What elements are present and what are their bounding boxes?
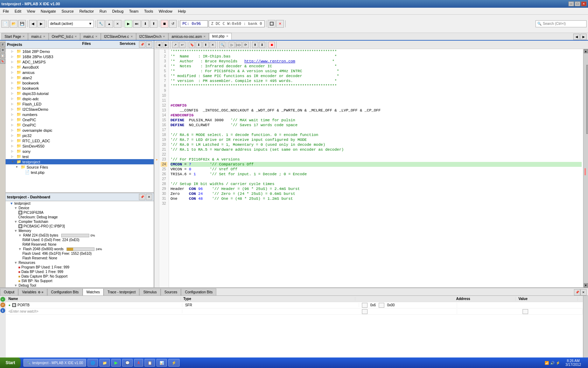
- dash-debug-tool[interactable]: ▼ Debug Tool: [6, 283, 154, 287]
- btab-config-bits[interactable]: Configuration Bits: [47, 288, 83, 295]
- watch-row-portb[interactable]: ● 🔲 PORTB SFR 0x6 0x00: [6, 302, 583, 308]
- btab-config-bits2[interactable]: Configuration Bits: [181, 288, 216, 295]
- ed-btn-step2[interactable]: ▷▷: [236, 42, 242, 48]
- bottom-scrollbar[interactable]: [583, 296, 588, 357]
- tree-item-adc[interactable]: ▷📁ADC_1MSPS: [6, 59, 154, 64]
- dash-testproject[interactable]: ▼ testproject: [6, 201, 154, 206]
- menu-refactor[interactable]: Refactor: [77, 8, 97, 14]
- dash-ram[interactable]: ▼ RAM 224 (0xE0) bytes 0%: [6, 233, 154, 238]
- btab-trace[interactable]: Trace - testproject: [104, 288, 139, 295]
- taskbar-explorer[interactable]: 📁: [99, 359, 110, 367]
- dash-checksum[interactable]: Checksum: Debug Image: [6, 215, 154, 219]
- ed-btn-go[interactable]: ↗: [172, 42, 178, 48]
- tree-item-16bit28pin[interactable]: ▷📁16Bit 28Pin USB3: [6, 54, 154, 59]
- tab-main-c-1[interactable]: main.c ✕: [28, 33, 48, 40]
- step-over-button[interactable]: ⏭: [133, 20, 141, 28]
- menu-edit[interactable]: Edit: [12, 8, 24, 14]
- tree-item-sony[interactable]: ▷📁sony: [6, 149, 154, 154]
- dash-memory[interactable]: ▼ Memory: [6, 229, 154, 233]
- tab-i2cslave-drv[interactable]: I2CSlaveDrv.h ✕: [136, 33, 169, 40]
- ed-btn-step3[interactable]: ⟳: [243, 42, 249, 48]
- tree-item-bookwork1[interactable]: ▷📁bookwork: [6, 80, 154, 86]
- bottom-panel-close[interactable]: ✕: [580, 289, 587, 295]
- tree-item-amicus[interactable]: ▷📁amicus: [6, 70, 154, 75]
- menu-debug[interactable]: Debug: [109, 8, 126, 14]
- menu-view[interactable]: View: [24, 8, 38, 14]
- ed-btn-prev-bm[interactable]: ⬆: [203, 42, 209, 48]
- tab-scroll-right[interactable]: ▶: [580, 34, 587, 40]
- watch-info-icon[interactable]: ℹ: [0, 308, 5, 313]
- dashboard-pin[interactable]: 📌: [139, 194, 145, 200]
- tool-btn2[interactable]: ✕: [276, 20, 284, 28]
- nav-strip-btn1[interactable]: N: [0, 42, 5, 47]
- dash-resources[interactable]: ▼ Resources: [6, 260, 154, 265]
- back-button[interactable]: ◀: [29, 20, 37, 28]
- btab-output[interactable]: Output: [0, 288, 18, 295]
- save-button[interactable]: 💾: [18, 20, 26, 28]
- tree-item-aerobotx[interactable]: ▷📁AeroBotX: [6, 64, 154, 70]
- watch-addr-checkbox2[interactable]: [362, 309, 368, 314]
- clean-button[interactable]: ✕: [114, 20, 121, 28]
- tree-item-dspic33[interactable]: ▷📁dspic33-tutorial: [6, 91, 154, 96]
- tree-item-atan2[interactable]: ▷📁atan2: [6, 75, 154, 80]
- project-dropdown[interactable]: default (active) ▼: [48, 20, 94, 28]
- tree-item-simdev[interactable]: ▷📁SimDev4550: [6, 143, 154, 149]
- tree-item-test[interactable]: ▷📁test: [6, 154, 154, 159]
- tab-i2cslave-drive[interactable]: I2CSlaveDrive.c ✕: [101, 33, 136, 40]
- debug-button[interactable]: 🔧: [97, 20, 105, 28]
- search-input[interactable]: [543, 22, 585, 26]
- watch-new-entry[interactable]: <Enter new watch>: [6, 308, 583, 315]
- btab-watches[interactable]: Watches: [83, 288, 104, 295]
- ed-btn-next-bm[interactable]: ⬇: [196, 42, 202, 48]
- tab-start-page[interactable]: Start Page ✕: [1, 33, 28, 40]
- reset-button[interactable]: ↺: [169, 20, 177, 28]
- tab-main-c-2[interactable]: main.c ✕: [80, 33, 100, 40]
- ed-btn-stop[interactable]: ⏹: [268, 42, 275, 48]
- watch-new-name[interactable]: <Enter new watch>: [6, 309, 182, 313]
- ed-btn-fwd[interactable]: ▶: [163, 42, 169, 48]
- tree-item-onepic2[interactable]: ▷📁OnePIC: [6, 122, 154, 128]
- ed-btn-cursor1[interactable]: ⬆: [252, 42, 258, 48]
- btab-sources[interactable]: Sources: [161, 288, 181, 295]
- tab-close-start[interactable]: ✕: [22, 35, 25, 38]
- menu-run[interactable]: Run: [97, 8, 109, 14]
- projects-pin[interactable]: 📌: [139, 41, 145, 48]
- menu-tools[interactable]: Tools: [141, 8, 156, 14]
- watch-addr-checkbox1[interactable]: [362, 303, 368, 308]
- tab-amicus-asm[interactable]: amicus-no-osc.asm ✕: [168, 33, 209, 40]
- start-button[interactable]: Start: [0, 357, 21, 368]
- new-project-button[interactable]: 📄: [1, 20, 9, 28]
- ed-btn-last-edit[interactable]: ↩: [179, 42, 186, 48]
- ed-btn-back[interactable]: ◀: [156, 42, 162, 48]
- taskbar-app1[interactable]: 📋: [145, 359, 155, 367]
- ed-btn-zoom[interactable]: 🔍: [219, 42, 225, 48]
- dashboard-close[interactable]: ✕: [146, 194, 152, 200]
- watch-val-checkbox1[interactable]: [379, 303, 384, 308]
- watch-add-icon[interactable]: +: [0, 297, 5, 302]
- taskbar-pickit[interactable]: ⚡: [168, 359, 180, 367]
- tree-item-oversample[interactable]: ▷📁oversample dspic: [6, 128, 154, 133]
- make-button[interactable]: ▲: [105, 20, 113, 28]
- dash-picbasic[interactable]: 🔲 PICBASIC-PRO [C:\PBP3]: [6, 224, 154, 229]
- step-into-button[interactable]: ⬇: [141, 20, 149, 28]
- scroll-down[interactable]: ▼: [584, 283, 588, 287]
- nav-strip-btn4[interactable]: 🔖: [0, 59, 5, 64]
- maximize-button[interactable]: □: [575, 1, 580, 6]
- btab-stimulus[interactable]: Stimulus: [139, 288, 160, 295]
- nav-strip-btn3[interactable]: 📋: [0, 53, 5, 58]
- menu-window[interactable]: Window: [156, 8, 175, 14]
- bottom-panel-pin[interactable]: 📌: [574, 289, 580, 295]
- scroll-up[interactable]: ▲: [584, 49, 588, 53]
- step-out-button[interactable]: ⬆: [150, 20, 158, 28]
- run-button[interactable]: ▶: [125, 20, 132, 28]
- tree-item-onepic1[interactable]: ▷📁OnePIC: [6, 117, 154, 122]
- menu-navigate[interactable]: Navigate: [38, 8, 58, 14]
- ed-btn-toggle-bm[interactable]: 🔖: [189, 42, 195, 48]
- watch-val-checkbox2[interactable]: [523, 309, 528, 314]
- close-button[interactable]: ✕: [581, 1, 587, 6]
- projects-close[interactable]: ✕: [146, 41, 152, 48]
- dash-pic16f628a[interactable]: 🔲 PIC16F628A: [6, 210, 154, 215]
- open-button[interactable]: 📂: [10, 20, 18, 28]
- scroll-thumb[interactable]: [586, 65, 588, 134]
- forward-button[interactable]: ▶: [37, 20, 45, 28]
